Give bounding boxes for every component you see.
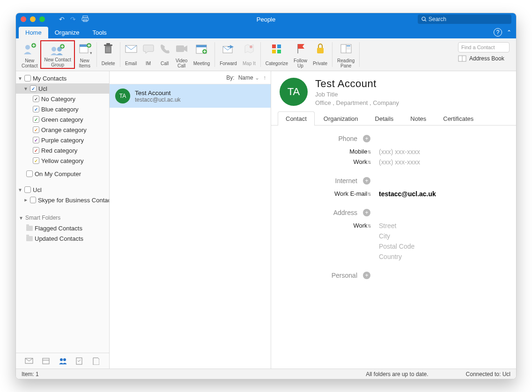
svg-rect-40 [43,358,49,364]
tab-organization[interactable]: Organization [316,111,366,126]
calendar-icon[interactable] [42,357,50,365]
sort-label: By: [226,74,234,81]
detail-pane: TA Test Account Job Title Office , Depar… [271,71,516,369]
tab-home[interactable]: Home [19,27,48,38]
email-button[interactable]: Email [122,40,140,69]
svg-point-42 [60,358,63,361]
nav-updated-contacts[interactable]: Updated Contacts [16,233,109,244]
add-personal-icon[interactable]: + [363,272,370,279]
contact-list-item[interactable]: TA Test Account testacc@ucl.ac.uk [110,84,271,108]
svg-rect-1 [82,18,89,21]
svg-rect-0 [83,16,88,18]
search-field[interactable] [418,15,511,24]
nav-yellow-category[interactable]: Yellow category [16,155,109,166]
follow-up-button[interactable]: Follow Up [291,40,310,69]
forward-button[interactable]: Forward [217,40,240,69]
city-value[interactable]: City [379,232,390,240]
minimize-window-button[interactable] [30,16,36,22]
close-window-button[interactable] [21,16,26,22]
svg-point-5 [25,45,30,50]
mobile-label[interactable]: Mobile [349,148,370,155]
address-book-button[interactable]: Address Book [458,55,510,62]
im-button[interactable]: IM [140,40,157,69]
help-icon[interactable]: ? [494,28,502,37]
search-input[interactable] [429,16,508,22]
print-icon[interactable] [81,15,89,23]
work-phone-value[interactable]: (xxx) xxx-xxxx [379,158,420,166]
svg-point-7 [52,47,56,52]
delete-button[interactable]: Delete [99,40,118,69]
sort-dropdown[interactable]: Name [238,74,259,81]
org-line[interactable]: Office , Department , Company [315,99,399,106]
nav-no-category[interactable]: No Category [16,94,109,104]
nav-purple-category[interactable]: Purple category [16,135,109,145]
people-icon[interactable] [58,357,66,365]
categorize-button[interactable]: Categorize [263,40,291,69]
tab-contact[interactable]: Contact [278,111,315,126]
country-value[interactable]: Country [379,253,402,260]
reading-pane-button[interactable]: Reading Pane [334,40,357,69]
avatar-large: TA [280,78,308,106]
notes-icon[interactable] [92,357,100,365]
nav-orange-category[interactable]: Orange category [16,125,109,135]
svg-rect-30 [277,50,281,53]
nav-flagged-contacts[interactable]: Flagged Contacts [16,223,109,233]
nav-ucl[interactable]: ▼Ucl [16,83,109,94]
addr-work-label[interactable]: Work [353,222,370,229]
contact-email: testacc@ucl.ac.uk [135,96,181,103]
avatar: TA [115,89,130,104]
svg-text:▾: ▾ [90,51,92,55]
add-phone-icon[interactable]: + [363,135,370,142]
undo-icon[interactable]: ↶ [59,15,65,23]
video-call-button[interactable]: Video Call [173,40,191,69]
svg-rect-27 [272,44,276,48]
find-contact-input[interactable]: Find a Contact [458,42,510,52]
job-title-field[interactable]: Job Title [315,91,399,98]
status-bar: Item: 1 All folders are up to date. Conn… [16,369,516,379]
street-value[interactable]: Street [379,222,396,229]
map-it-button[interactable]: Map It [240,40,259,69]
sort-direction-icon[interactable]: ↑ [263,74,266,81]
nav-blue-category[interactable]: Blue category [16,104,109,114]
folder-icon [26,236,33,241]
contact-list-pane: By: Name ↑ TA Test Account testacc@ucl.a… [110,71,271,369]
nav-on-my-computer[interactable]: On My Computer [16,169,109,179]
mail-icon[interactable] [25,357,33,365]
nav-green-category[interactable]: Green category [16,114,109,125]
nav-red-category[interactable]: Red category [16,145,109,155]
collapse-ribbon-icon[interactable]: ⌃ [507,29,511,36]
tab-organize[interactable]: Organize [48,27,86,38]
postal-value[interactable]: Postal Code [379,243,414,250]
section-internet: Internet [335,177,357,185]
nav-ucl-2[interactable]: ▼Ucl [16,185,109,195]
redo-icon[interactable]: ↷ [70,15,76,23]
meeting-button[interactable]: Meeting [191,40,213,69]
new-contact-group-button[interactable]: New Contact Group [40,40,74,69]
work-email-value[interactable]: testacc@ucl.ac.uk [379,190,436,198]
tab-tools[interactable]: Tools [86,27,113,38]
nav-my-contacts[interactable]: ▼My Contacts [16,73,109,83]
tab-certificates[interactable]: Certificates [435,111,481,126]
private-button[interactable]: Private [310,40,330,69]
mobile-value[interactable]: (xxx) xxx-xxxx [379,148,420,155]
work-email-label[interactable]: Work E-mail [334,190,370,197]
detail-tabs: Contact Organization Details Notes Certi… [271,111,516,126]
nav-skype-contacts[interactable]: ▼Skype for Business Contacts [16,195,109,205]
new-items-button[interactable]: ▾ New Items [75,40,95,69]
tasks-icon[interactable] [75,357,83,365]
maximize-window-button[interactable] [39,16,45,22]
ribbon: New Contact New Contact Group ▾ New Item… [16,38,516,71]
tab-notes[interactable]: Notes [402,111,434,126]
add-internet-icon[interactable]: + [363,177,370,185]
add-address-icon[interactable]: + [363,209,370,216]
tab-details[interactable]: Details [367,111,402,126]
section-address: Address [333,209,357,216]
work-phone-label[interactable]: Work [353,158,370,165]
navigation-pane: ▼My Contacts ▼Ucl No Category Blue categ… [16,71,110,369]
call-button[interactable]: Call [157,40,173,69]
sort-bar[interactable]: By: Name ↑ [110,71,271,84]
svg-rect-35 [347,47,350,48]
new-contact-button[interactable]: New Contact [19,40,40,69]
svg-rect-34 [347,45,350,46]
nav-smart-folders-header[interactable]: ▼Smart Folders [16,213,109,223]
